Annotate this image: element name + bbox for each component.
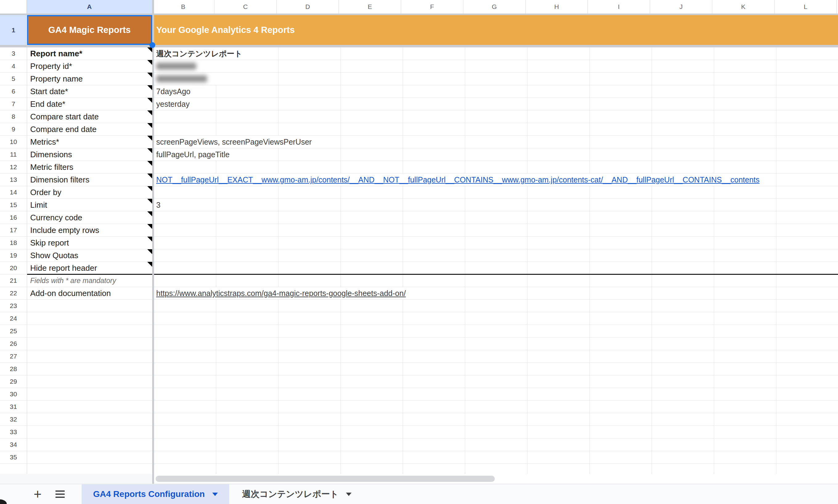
column-header-f[interactable]: F (401, 0, 463, 14)
column-header-g[interactable]: G (463, 0, 526, 14)
column-header-k[interactable]: K (712, 0, 774, 14)
cell-a21[interactable]: Fields with * are mandatory (27, 274, 152, 287)
all-sheets-menu-icon[interactable] (55, 489, 65, 499)
cell-b15[interactable]: 3 (154, 199, 163, 211)
select-all-corner[interactable] (0, 0, 27, 14)
row-header-7[interactable]: 7 (0, 98, 27, 110)
chevron-down-icon[interactable] (212, 492, 218, 496)
tab-ga4-reports-configuration[interactable]: GA4 Reports Configuration (82, 484, 229, 504)
note-marker-icon (147, 73, 152, 77)
cell-b3[interactable]: 週次コンテンツレポート (154, 48, 245, 60)
column-header-j[interactable]: J (650, 0, 712, 14)
cell-b13-link[interactable]: NOT__fullPageUrl__EXACT__www.gmo-am.jp/c… (156, 175, 759, 184)
cell-a1-selected[interactable]: GA4 Magic Reports (27, 15, 152, 45)
row-header-30[interactable]: 30 (0, 388, 27, 400)
row-header-28[interactable]: 28 (0, 363, 27, 375)
cell-a10[interactable]: Metrics* (27, 136, 152, 148)
cell-b5-redacted[interactable] (154, 73, 219, 85)
row-header-34[interactable]: 34 (0, 438, 27, 451)
note-marker-icon (147, 262, 152, 267)
cell-a11[interactable]: Dimensions (27, 148, 152, 161)
cell-b7[interactable]: yesterday (154, 98, 192, 110)
row-header-13[interactable]: 13 (0, 174, 27, 186)
cell-a22[interactable]: Add-on documentation (27, 287, 152, 300)
row-header-20[interactable]: 20 (0, 262, 27, 274)
row-header-5[interactable]: 5 (0, 73, 27, 85)
cell-a8[interactable]: Compare start date (27, 110, 152, 123)
row-header-4[interactable]: 4 (0, 60, 27, 72)
row-header-9[interactable]: 9 (0, 123, 27, 136)
column-header-e[interactable]: E (339, 0, 401, 14)
chevron-down-icon[interactable] (346, 492, 352, 496)
row-header-27[interactable]: 27 (0, 350, 27, 362)
cell-a19[interactable]: Show Quotas (27, 249, 152, 262)
cell-a20[interactable]: Hide report header (27, 262, 152, 274)
row-header-19[interactable]: 19 (0, 249, 27, 262)
cell-a5-label: Property name (30, 74, 83, 84)
row-header-14[interactable]: 14 (0, 186, 27, 198)
sheet-row-34: 34 (0, 438, 838, 451)
row-header-31[interactable]: 31 (0, 401, 27, 413)
column-header-a[interactable]: A (27, 0, 152, 14)
sheet-rows: 3Report name*週次コンテンツレポート4Property id*5Pr… (0, 48, 838, 464)
cell-b4-redacted[interactable] (154, 60, 219, 72)
tab-weekly-content-report[interactable]: 週次コンテンツレポート (229, 484, 364, 504)
row-header-32[interactable]: 32 (0, 413, 27, 426)
cell-a22-label: Add-on documentation (30, 289, 111, 298)
row-header-17[interactable]: 17 (0, 224, 27, 236)
row-header-1[interactable]: 1 (0, 15, 27, 45)
fill-handle[interactable] (150, 42, 155, 48)
row-header-23[interactable]: 23 (0, 300, 27, 312)
cell-a7[interactable]: End date* (27, 98, 152, 110)
row-header-35[interactable]: 35 (0, 451, 27, 463)
row-header-25[interactable]: 25 (0, 325, 27, 337)
row-header-29[interactable]: 29 (0, 375, 27, 388)
column-header-d[interactable]: D (277, 0, 339, 14)
row-header-11[interactable]: 11 (0, 148, 27, 161)
row-header-6[interactable]: 6 (0, 85, 27, 97)
sheet-row-10: 10Metrics*screenPageViews, screenPageVie… (0, 136, 838, 148)
row-header-10[interactable]: 10 (0, 136, 27, 148)
cell-a19-label: Show Quotas (30, 251, 78, 260)
spreadsheet-window: ABCDEFGHIJKL 1 GA4 Magic Reports Your Go… (0, 0, 838, 504)
cell-a3[interactable]: Report name* (27, 48, 152, 60)
row-header-12[interactable]: 12 (0, 161, 27, 173)
sheet-row-20: 20Hide report header (0, 262, 838, 274)
row-header-8[interactable]: 8 (0, 110, 27, 123)
row-header-15[interactable]: 15 (0, 199, 27, 211)
cell-b22[interactable]: https://www.analyticstraps.com/ga4-magic… (154, 287, 408, 300)
cell-a5[interactable]: Property name (27, 73, 152, 85)
column-header-h[interactable]: H (526, 0, 588, 14)
row-header-16[interactable]: 16 (0, 211, 27, 224)
row-header-26[interactable]: 26 (0, 338, 27, 350)
row-header-21[interactable]: 21 (0, 274, 27, 287)
column-header-l[interactable]: L (774, 0, 837, 14)
cell-a6[interactable]: Start date* (27, 85, 152, 97)
row-header-33[interactable]: 33 (0, 426, 27, 438)
column-header-i[interactable]: I (588, 0, 650, 14)
frozen-column-divider[interactable] (152, 0, 154, 484)
row-header-24[interactable]: 24 (0, 312, 27, 325)
cell-a13[interactable]: Dimension filters (27, 174, 152, 186)
row-header-18[interactable]: 18 (0, 237, 27, 249)
cell-b13[interactable]: NOT__fullPageUrl__EXACT__www.gmo-am.jp/c… (154, 174, 762, 186)
row-header-3[interactable]: 3 (0, 48, 27, 60)
column-header-b[interactable]: B (152, 0, 215, 14)
cell-b6[interactable]: 7daysAgo (154, 85, 192, 97)
cell-a14[interactable]: Order by (27, 186, 152, 198)
cell-b1[interactable]: Your Google Analytics 4 Reports (154, 15, 838, 45)
cell-a12[interactable]: Metric filters (27, 161, 152, 173)
row-header-22[interactable]: 22 (0, 287, 27, 300)
cell-b11[interactable]: fullPageUrl, pageTitle (154, 148, 232, 161)
cell-a15[interactable]: Limit (27, 199, 152, 211)
cell-a9[interactable]: Compare end date (27, 123, 152, 136)
column-header-c[interactable]: C (215, 0, 277, 14)
cell-a17[interactable]: Include empty rows (27, 224, 152, 236)
cell-b10[interactable]: screenPageViews, screenPageViewsPerUser (154, 136, 314, 148)
cell-a16[interactable]: Currency code (27, 211, 152, 224)
cell-a4[interactable]: Property id* (27, 60, 152, 72)
cell-b22-link[interactable]: https://www.analyticstraps.com/ga4-magic… (156, 289, 406, 298)
add-sheet-button[interactable]: + (30, 484, 45, 504)
horizontal-scrollbar-thumb[interactable] (156, 476, 495, 482)
cell-a18[interactable]: Skip report (27, 237, 152, 249)
